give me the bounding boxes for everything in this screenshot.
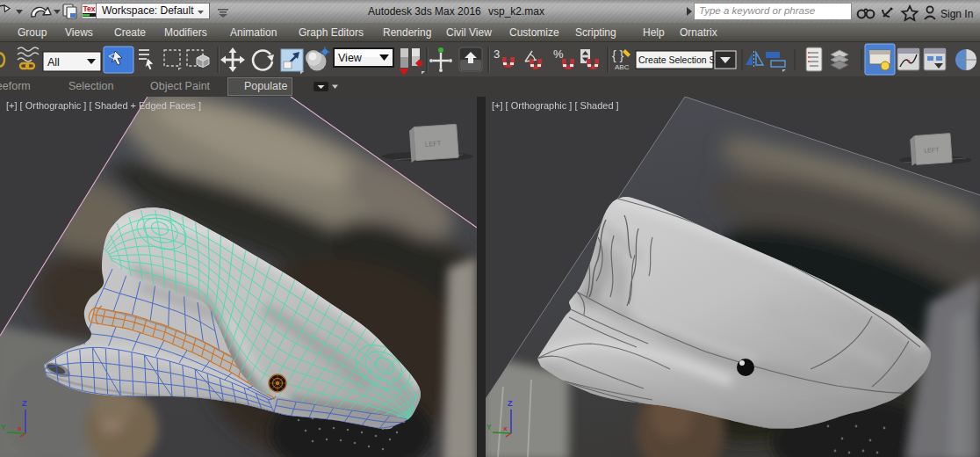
- svg-text:Z: Z: [508, 398, 513, 408]
- svg-text:Sign In: Sign In: [940, 8, 973, 20]
- svg-text:x: x: [503, 424, 508, 432]
- svg-text:3: 3: [494, 47, 500, 61]
- svg-text:x: x: [18, 424, 22, 432]
- svg-text:LEFT: LEFT: [425, 140, 442, 149]
- svg-text:View: View: [338, 52, 363, 64]
- svg-text:Z: Z: [22, 398, 27, 408]
- svg-text:Tex: Tex: [83, 4, 96, 13]
- svg-text:Create Selection Se: Create Selection Se: [638, 54, 721, 65]
- svg-text:{ }: { }: [612, 48, 624, 62]
- svg-text:Y: Y: [486, 423, 492, 432]
- svg-text:[+] [ Orthographic ] [ Shaded: [+] [ Orthographic ] [ Shaded + Edged Fa…: [6, 100, 201, 111]
- svg-text:LEFT: LEFT: [924, 147, 940, 154]
- svg-text:Y: Y: [1, 423, 6, 432]
- svg-text:All: All: [47, 56, 60, 69]
- svg-text:[+] [ Orthographic ] [ Shaded: [+] [ Orthographic ] [ Shaded ]: [492, 100, 619, 111]
- svg-text:%: %: [553, 47, 564, 61]
- svg-text:ABC: ABC: [615, 63, 630, 71]
